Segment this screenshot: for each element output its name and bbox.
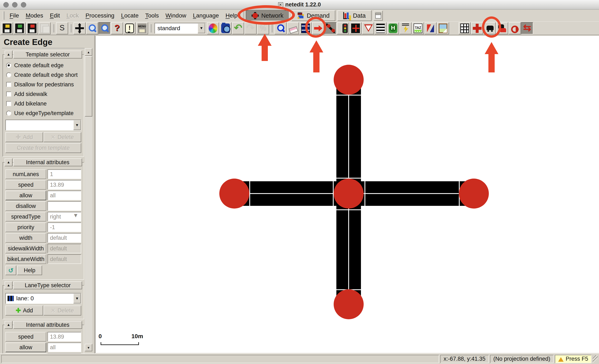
chevron-down-icon[interactable]: ▼ (198, 23, 205, 33)
chain-mode-button[interactable] (509, 22, 521, 34)
attribute-input-disallow[interactable] (47, 201, 81, 211)
zoom-cursor-button[interactable] (98, 22, 111, 34)
network-supermode-button[interactable]: Network (246, 10, 289, 21)
reset-attributes-button[interactable]: ↺ (5, 266, 16, 275)
shape-mode-button[interactable] (424, 22, 437, 34)
internal-attributes-collapse-button[interactable]: ▲ (5, 158, 12, 166)
data-supermode-button[interactable]: Data (337, 10, 371, 21)
supermode-shortcut-button[interactable] (56, 22, 68, 34)
menu-item-processing[interactable]: Processing (82, 11, 118, 20)
window-maximize-button[interactable] (21, 2, 26, 8)
panel-scrollbar[interactable]: ▲ ▼ (85, 48, 92, 351)
snapshot-button[interactable] (220, 22, 232, 34)
attribute-input-width[interactable]: default (47, 233, 81, 243)
radio-use-edgetype-template[interactable]: Use edgeType/template (5, 108, 82, 118)
grid-toggle-button[interactable] (459, 22, 471, 34)
checkbox-add-bikelane[interactable]: Add bikelane (5, 99, 82, 108)
attribute-input-speed[interactable]: 13.89 (47, 180, 81, 190)
taz-mode-button[interactable] (412, 22, 424, 34)
junction-right[interactable] (459, 179, 489, 208)
lanetype-selector-collapse-button[interactable]: ▲ (5, 281, 12, 289)
chevron-down-icon[interactable]: ▼ (73, 294, 81, 303)
chevron-down-icon[interactable]: ▼ (73, 120, 81, 130)
junction-left[interactable] (219, 179, 249, 208)
attribute-input-speed[interactable]: 13.89 (47, 332, 81, 341)
toolbar-grip[interactable] (271, 24, 273, 33)
menu-item-edit[interactable]: Edit (46, 11, 63, 20)
help-button[interactable] (111, 22, 123, 34)
toolbar-grip[interactable] (70, 24, 72, 33)
supermode-grip[interactable] (242, 11, 244, 20)
menu-item-language[interactable]: Language (190, 11, 222, 20)
redo-button[interactable] (245, 22, 257, 34)
poi-mode-button[interactable] (437, 22, 449, 34)
create-from-template-button[interactable]: Create from template (5, 143, 81, 153)
menu-item-window[interactable]: Window (162, 11, 190, 20)
move-mode-button[interactable] (312, 22, 324, 34)
junction-shape-button[interactable] (471, 22, 483, 34)
window-close-button[interactable] (3, 2, 9, 8)
save-network-button[interactable] (1, 22, 13, 34)
attribute-select-spreadType[interactable]: right▼ (47, 212, 81, 221)
help-button[interactable]: Help (17, 266, 42, 275)
additional-mode-button[interactable] (387, 22, 399, 34)
wire-mode-button[interactable] (399, 22, 412, 34)
vehicle-spacing-button[interactable] (484, 22, 496, 34)
checkbox-icon[interactable] (6, 82, 11, 87)
radio-create-default-edge[interactable]: Create default edge (5, 61, 82, 70)
checkbox-icon[interactable] (6, 92, 11, 96)
scrollbar-up-icon[interactable]: ▲ (85, 48, 92, 56)
junction-top[interactable] (334, 65, 364, 95)
chevron-down-icon[interactable]: ▼ (73, 212, 81, 221)
resize-grip[interactable] (593, 355, 598, 363)
save-additional-button[interactable] (14, 22, 26, 34)
menu-item-help[interactable]: Help (222, 11, 241, 20)
menu-cursor-button[interactable] (136, 22, 148, 34)
color-scheme-button[interactable] (207, 22, 219, 34)
lane-internal-attributes-collapse-button[interactable]: ▲ (5, 321, 12, 329)
checkbox-disallow-for-pedestrians[interactable]: Disallow for pedestrians (5, 80, 82, 89)
attribute-label-allow[interactable]: allow (5, 343, 46, 352)
toggle-toolbar-grouping-button[interactable] (374, 11, 383, 21)
pan-view-button[interactable] (73, 22, 86, 34)
junction-bottom[interactable] (334, 289, 364, 319)
connection-mode-button[interactable] (350, 22, 361, 34)
attribute-input-allow[interactable]: all (47, 191, 81, 200)
attribute-input-numLanes[interactable]: 1 (47, 169, 81, 179)
template-selector-collapse-button[interactable]: ▲ (5, 51, 12, 59)
checkbox-add-sidewalk[interactable]: Add sidewalk (5, 89, 82, 99)
checkbox-icon[interactable] (6, 101, 11, 106)
compute-button[interactable] (257, 22, 269, 34)
menu-item-file[interactable]: File (6, 11, 22, 20)
lanetype-delete-button[interactable]: ✕ Delete (44, 305, 81, 315)
lanetype-add-button[interactable]: ✚ Add (5, 305, 43, 315)
inspect-mode-button[interactable] (274, 22, 287, 34)
menubar-grip[interactable] (3, 11, 5, 20)
zoom-extent-button[interactable] (86, 22, 98, 34)
demand-supermode-button[interactable]: Demand (291, 10, 335, 21)
radio-icon[interactable] (6, 111, 11, 116)
undo-button[interactable] (232, 22, 244, 34)
toolbar-grip[interactable] (53, 24, 54, 33)
delete-mode-button[interactable] (287, 22, 299, 34)
template-add-button[interactable]: ✚ Add (5, 132, 43, 142)
messages-button[interactable] (123, 22, 136, 34)
menu-item-modes[interactable]: Modes (22, 11, 46, 20)
menu-item-locate[interactable]: Locate (118, 11, 142, 20)
traffic-light-mode-button[interactable] (337, 22, 349, 34)
press-f5-warning[interactable]: Press F5 (555, 355, 591, 363)
crossing-mode-button[interactable] (374, 22, 387, 34)
toolbar-grip[interactable] (150, 24, 152, 33)
window-minimize-button[interactable] (12, 2, 18, 8)
attribute-input-allow[interactable]: all (47, 343, 81, 352)
scrollbar-thumb[interactable] (85, 56, 92, 117)
attribute-label-allow[interactable]: allow (5, 191, 46, 200)
menu-item-tools[interactable]: Tools (142, 11, 162, 20)
create-edge-mode-button[interactable] (325, 22, 337, 34)
radio-icon[interactable] (6, 63, 11, 68)
view-scheme-combobox[interactable]: standard▼ (155, 23, 206, 34)
two-way-mode-button[interactable] (521, 22, 533, 34)
edgetype-combobox[interactable]: ▼ (5, 120, 81, 130)
prohibition-mode-button[interactable] (362, 22, 374, 34)
template-delete-button[interactable]: ✕ Delete (44, 132, 81, 142)
